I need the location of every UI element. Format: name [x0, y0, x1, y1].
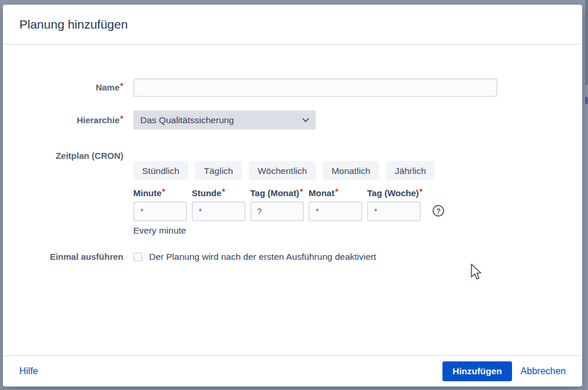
footer-actions: Hinzufügen Abbrechen [442, 361, 566, 381]
cron-hour-label: Stunde* [192, 188, 245, 199]
cron-field-row: Zeitplan (CRON) Stündlich Täglich Wöchen… [19, 151, 566, 236]
required-asterisk: * [300, 187, 303, 196]
cron-hour-input[interactable] [192, 201, 245, 221]
cron-day-of-month-label: Tag (Monat)* [250, 188, 304, 199]
hierarchy-label: Hierarchie* [19, 115, 123, 126]
required-asterisk: * [420, 187, 423, 196]
run-once-label: Einmal ausführen [19, 252, 123, 262]
dialog-header: Planung hinzufügen [3, 5, 582, 45]
cron-day-of-week-input[interactable] [367, 201, 421, 221]
background-page-fragment [585, 0, 588, 85]
hierarchy-field-row: Hierarchie* Das Qualitätssicherung [19, 110, 566, 130]
cron-day-of-week-label: Tag (Woche)* [367, 188, 423, 199]
run-once-checkbox-label: Der Planung wird nach der ersten Ausführ… [149, 252, 376, 262]
required-asterisk: * [222, 187, 225, 196]
preset-yearly-button[interactable]: Jährlich [386, 161, 435, 180]
cron-fields: Minute* Stunde* Tag (Monat)* Monat* [133, 188, 444, 221]
name-field-row: Name* [19, 78, 566, 97]
run-once-checkbox-wrap: Der Planung wird nach der ersten Ausführ… [133, 252, 376, 262]
dialog-footer: Hilfe Hinzufügen Abbrechen [3, 355, 582, 386]
dimmed-page-overlay: Planung hinzufügen Name* Hierarchie* Das… [0, 0, 588, 390]
run-once-checkbox[interactable] [133, 252, 143, 262]
required-asterisk: * [335, 187, 338, 196]
dialog-body: Name* Hierarchie* Das Qualitätssicherung… [3, 45, 582, 355]
cron-minute-label: Minute* [133, 188, 187, 199]
help-link[interactable]: Hilfe [19, 366, 38, 377]
preset-daily-button[interactable]: Täglich [195, 161, 242, 180]
hierarchy-select[interactable]: Das Qualitätssicherung [133, 110, 316, 130]
preset-monthly-button[interactable]: Monatlich [323, 161, 379, 180]
cron-label: Zeitplan (CRON) [19, 151, 123, 161]
preset-hourly-button[interactable]: Stündlich [133, 161, 188, 180]
add-schedule-dialog: Planung hinzufügen Name* Hierarchie* Das… [3, 5, 582, 386]
required-asterisk: * [120, 81, 123, 90]
chevron-down-icon [302, 118, 309, 123]
required-asterisk: * [162, 187, 165, 196]
name-label: Name* [19, 82, 123, 93]
cron-month-input[interactable] [309, 201, 362, 221]
cron-minute-input[interactable] [133, 201, 187, 221]
cancel-link[interactable]: Abbrechen [521, 366, 566, 377]
required-asterisk: * [120, 114, 123, 123]
hierarchy-selected-value: Das Qualitätssicherung [140, 115, 234, 126]
cron-group: Stündlich Täglich Wöchentlich Monatlich … [133, 151, 444, 236]
run-once-field-row: Einmal ausführen Der Planung wird nach d… [19, 252, 566, 262]
cron-description: Every minute [133, 225, 444, 236]
preset-weekly-button[interactable]: Wöchentlich [249, 161, 316, 180]
cron-hour-col: Stunde* [192, 188, 245, 221]
name-input[interactable] [133, 78, 497, 97]
help-icon[interactable]: ? [433, 205, 444, 217]
cron-day-of-week-col: Tag (Woche)* [367, 188, 423, 221]
cron-month-label: Monat* [309, 188, 362, 199]
cron-day-of-month-col: Tag (Monat)* [250, 188, 304, 221]
cron-presets: Stündlich Täglich Wöchentlich Monatlich … [133, 161, 444, 180]
background-page-fragment [585, 97, 588, 104]
cron-day-of-month-input[interactable] [250, 201, 304, 221]
cron-month-col: Monat* [309, 188, 362, 221]
dialog-title: Planung hinzufügen [19, 16, 566, 33]
add-button[interactable]: Hinzufügen [442, 361, 511, 381]
cron-minute-col: Minute* [133, 188, 187, 221]
